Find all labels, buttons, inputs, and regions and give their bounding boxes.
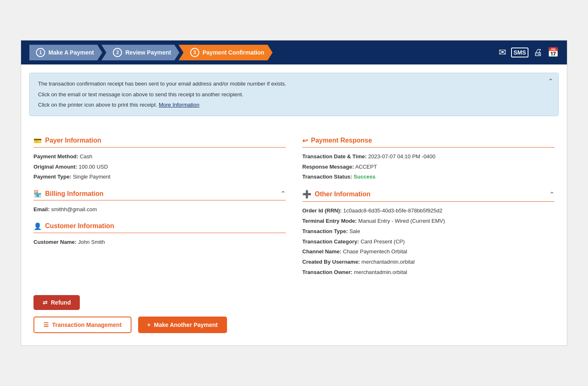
- email-icon[interactable]: ✉: [499, 47, 506, 58]
- other-info-title: Other Information: [315, 191, 370, 198]
- payment-type-row: Payment Type: Single Payment: [33, 173, 286, 181]
- make-another-payment-icon: +: [147, 322, 151, 328]
- print-icon[interactable]: 🖨: [533, 47, 543, 58]
- customer-info-icon: 👤: [33, 222, 42, 230]
- billing-info-heading-row: 🏪 Billing Information ⌃: [33, 190, 286, 200]
- banner-line-1: The transaction confirmation receipt has…: [38, 80, 550, 88]
- billing-info-title: Billing Information: [45, 190, 103, 198]
- left-column: 💳 Payer Information Payment Method: Cash…: [33, 129, 286, 279]
- more-information-link[interactable]: More Information: [159, 102, 199, 108]
- step-2[interactable]: 2 Review Payment: [101, 45, 179, 60]
- order-id-row: Order Id (RRN): 1c0aadc8-6d35-40d3-b5fe-…: [302, 207, 555, 215]
- page-wrapper: 1 Make A Payment 2 Review Payment 3 Paym…: [21, 40, 567, 345]
- original-amount-row: Original Amount: 100.00 USD: [33, 163, 286, 172]
- header-icons: ✉ SMS 🖨 📅: [499, 47, 559, 58]
- refund-icon: ⇄: [43, 299, 48, 306]
- other-info-icon: ➕: [302, 190, 311, 199]
- customer-info-heading: 👤 Customer Information: [33, 222, 286, 233]
- customer-info-title: Customer Information: [45, 222, 114, 230]
- payer-info-heading: 💳 Payer Information: [33, 137, 286, 148]
- billing-collapse-button[interactable]: ⌃: [280, 190, 286, 198]
- transaction-management-label: Transaction Management: [52, 322, 122, 328]
- banner-line-3: Click on the printer icon above to print…: [38, 101, 550, 109]
- other-info-heading-row: ➕ Other Information ⌃: [302, 190, 555, 202]
- transaction-management-button[interactable]: ☰ Transaction Management: [33, 317, 131, 333]
- transaction-type-row: Transaction Type: Sale: [302, 227, 555, 236]
- bottom-buttons: ☰ Transaction Management + Make Another …: [33, 317, 555, 333]
- billing-email-row: Email: smithh@gmail.com: [33, 205, 286, 214]
- banner-collapse-button[interactable]: ⌃: [548, 77, 553, 85]
- billing-info-icon: 🏪: [33, 190, 42, 198]
- other-info-heading: ➕ Other Information: [302, 190, 370, 199]
- step-2-label: Review Payment: [125, 49, 171, 56]
- channel-name-row: Channel Name: Chase Paymentech Orbital: [302, 248, 555, 256]
- response-message-row: Response Message: ACCEPT: [302, 163, 555, 172]
- banner-line-2: Click on the email or text message icon …: [38, 91, 550, 99]
- transaction-status-row: Transaction Status: Success: [302, 173, 555, 181]
- payment-method-row: Payment Method: Cash: [33, 152, 286, 161]
- step-1[interactable]: 1 Make A Payment: [29, 45, 102, 60]
- terminal-entry-mode-row: Terminal Entry Mode: Manual Entry - Wire…: [302, 217, 555, 226]
- info-banner: ⌃ The transaction confirmation receipt h…: [29, 73, 559, 116]
- refund-label: Refund: [51, 299, 71, 306]
- billing-info-heading: 🏪 Billing Information: [33, 190, 103, 198]
- header: 1 Make A Payment 2 Review Payment 3 Paym…: [21, 41, 567, 64]
- payer-info-title: Payer Information: [45, 137, 101, 144]
- payer-info-icon: 💳: [33, 137, 42, 145]
- make-another-payment-button[interactable]: + Make Another Payment: [138, 317, 227, 333]
- step-2-number: 2: [113, 48, 122, 57]
- refund-row: ⇄ Refund: [33, 295, 555, 310]
- created-by-username-row: Created By Username: merchantadmin.orbit…: [302, 258, 555, 267]
- transaction-category-row: Transaction Category: Card Present (CP): [302, 238, 555, 246]
- make-another-payment-label: Make Another Payment: [154, 322, 218, 328]
- right-column: ↩ Payment Response Transaction Date & Ti…: [302, 129, 555, 279]
- payment-response-icon: ↩: [302, 137, 308, 145]
- step-3-number: 3: [190, 48, 199, 57]
- sms-icon[interactable]: SMS: [511, 48, 528, 57]
- payment-response-title: Payment Response: [311, 137, 372, 144]
- step-3-label: Payment Confirmation: [203, 49, 264, 56]
- other-info-collapse-button[interactable]: ⌃: [549, 191, 555, 198]
- payment-response-heading: ↩ Payment Response: [302, 137, 555, 148]
- transaction-management-icon: ☰: [43, 322, 49, 328]
- steps-nav: 1 Make A Payment 2 Review Payment 3 Paym…: [29, 45, 272, 60]
- calendar-icon[interactable]: 📅: [547, 47, 559, 58]
- transaction-owner-row: Transaction Owner: merchantadmin.orbital: [302, 268, 555, 277]
- transaction-status-value: Success: [354, 174, 375, 180]
- step-3[interactable]: 3 Payment Confirmation: [179, 45, 272, 60]
- two-col-layout: 💳 Payer Information Payment Method: Cash…: [33, 129, 555, 279]
- customer-name-row: Customer Name: John Smith: [33, 238, 286, 247]
- buttons-section: ⇄ Refund ☰ Transaction Management + Make…: [33, 295, 555, 333]
- step-1-label: Make A Payment: [48, 49, 94, 56]
- main-content: 💳 Payer Information Payment Method: Cash…: [21, 124, 567, 345]
- refund-button[interactable]: ⇄ Refund: [33, 295, 80, 310]
- transaction-datetime-row: Transaction Date & Time: 2023-07-07 04:1…: [302, 152, 555, 161]
- step-1-number: 1: [36, 48, 45, 57]
